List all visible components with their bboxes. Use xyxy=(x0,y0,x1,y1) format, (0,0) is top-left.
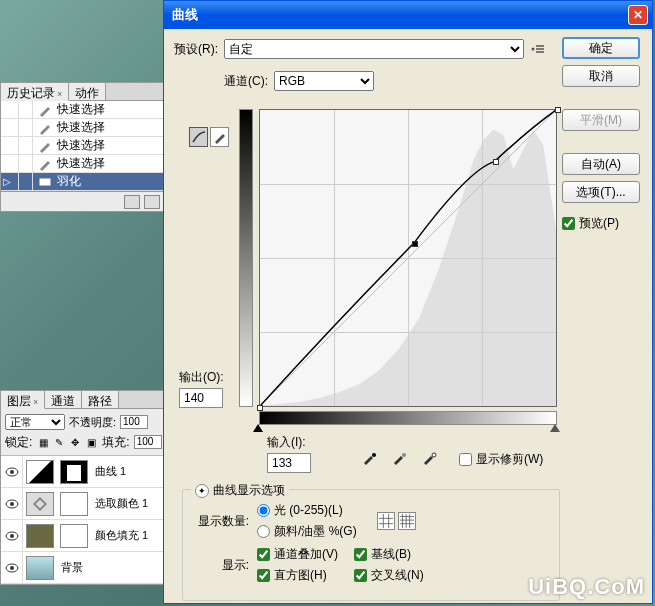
visibility-toggle[interactable] xyxy=(1,552,23,583)
tab-history[interactable]: 历史记录× xyxy=(1,83,69,101)
curve-point[interactable] xyxy=(493,159,499,165)
baseline-checkbox[interactable] xyxy=(354,548,367,561)
light-radio[interactable] xyxy=(257,504,270,517)
auto-button[interactable]: 自动(A) xyxy=(562,153,640,175)
svg-point-13 xyxy=(402,453,406,457)
eye-icon xyxy=(5,531,19,541)
curve-point[interactable] xyxy=(555,107,561,113)
svg-point-9 xyxy=(532,48,535,51)
cancel-button[interactable]: 取消 xyxy=(562,65,640,87)
lock-transparency-icon[interactable]: ▦ xyxy=(36,435,50,449)
layer-item[interactable]: 选取颜色 1 xyxy=(1,488,167,520)
history-list: 快速选择 快速选择 快速选择 快速选择 ▷羽化 xyxy=(1,101,164,191)
preview-checkbox[interactable] xyxy=(562,217,575,230)
svg-point-4 xyxy=(10,502,14,506)
layer-item[interactable]: 颜色填充 1 xyxy=(1,520,167,552)
history-item-label: 快速选择 xyxy=(57,137,105,154)
curve-graph[interactable] xyxy=(259,109,557,407)
history-item[interactable]: ▷羽化 xyxy=(1,173,164,191)
history-item[interactable]: 快速选择 xyxy=(1,119,164,137)
tab-layers[interactable]: 图层× xyxy=(1,391,45,409)
channel-select[interactable]: RGB xyxy=(274,71,374,91)
layer-mask[interactable] xyxy=(60,460,88,484)
visibility-toggle[interactable] xyxy=(1,488,23,519)
new-snapshot-button[interactable] xyxy=(124,195,140,209)
lock-position-icon[interactable]: ✥ xyxy=(68,435,82,449)
dialog-body: 预设(R): 自定 通道(C): RGB xyxy=(164,29,652,603)
intersection-checkbox[interactable] xyxy=(354,569,367,582)
layer-name: 选取颜色 1 xyxy=(95,496,148,511)
tab-paths[interactable]: 路径 xyxy=(82,391,119,408)
channel-overlay-label: 通道叠加(V) xyxy=(274,546,338,563)
visibility-toggle[interactable] xyxy=(1,456,23,487)
curve-point[interactable] xyxy=(412,241,418,247)
opacity-label: 不透明度: xyxy=(69,415,116,430)
curve-line xyxy=(260,110,556,406)
ink-radio[interactable] xyxy=(257,525,270,538)
layer-name: 颜色填充 1 xyxy=(95,528,148,543)
dialog-title: 曲线 xyxy=(168,6,198,24)
blend-mode-select[interactable]: 正常 xyxy=(5,414,65,430)
grid-simple-button[interactable] xyxy=(377,512,395,530)
gray-eyedropper[interactable] xyxy=(389,449,409,467)
channel-overlay-checkbox[interactable] xyxy=(257,548,270,561)
visibility-toggle[interactable] xyxy=(1,520,23,551)
show-clipping-label: 显示修剪(W) xyxy=(476,451,543,468)
close-button[interactable]: ✕ xyxy=(628,5,648,25)
collapse-icon[interactable]: ✦ xyxy=(195,484,209,498)
input-input[interactable] xyxy=(267,453,311,473)
titlebar[interactable]: 曲线 ✕ xyxy=(164,1,652,29)
layer-thumb[interactable] xyxy=(26,556,54,580)
ok-button[interactable]: 确定 xyxy=(562,37,640,59)
brush-icon xyxy=(36,103,54,117)
feather-icon xyxy=(36,175,54,189)
layers-panel: 图层× 通道 路径 正常 不透明度: 100 锁定: ▦ ✎ ✥ ▣ 填充: 1… xyxy=(0,390,168,585)
preset-select[interactable]: 自定 xyxy=(224,39,524,59)
output-label: 输出(O): xyxy=(179,369,224,386)
fill-label: 填充: xyxy=(102,434,129,451)
history-item[interactable]: 快速选择 xyxy=(1,137,164,155)
options-button[interactable]: 选项(T)... xyxy=(562,181,640,203)
svg-point-6 xyxy=(10,534,14,538)
brush-icon xyxy=(36,121,54,135)
layer-thumb[interactable] xyxy=(26,492,54,516)
trash-button[interactable] xyxy=(144,195,160,209)
lock-all-icon[interactable]: ▣ xyxy=(84,435,98,449)
opacity-input[interactable]: 100 xyxy=(120,415,148,429)
white-point-slider[interactable] xyxy=(550,424,560,432)
layer-mask[interactable] xyxy=(60,492,88,516)
curve-pencil-tool[interactable] xyxy=(210,127,229,147)
white-eyedropper[interactable] xyxy=(419,449,439,467)
preset-menu-icon[interactable] xyxy=(530,43,546,55)
histogram-checkbox[interactable] xyxy=(257,569,270,582)
fill-input[interactable]: 100 xyxy=(134,435,162,449)
layer-item[interactable]: 曲线 1 xyxy=(1,456,167,488)
layers-list: 曲线 1 选取颜色 1 颜色填充 1 背景 xyxy=(1,456,167,584)
history-item[interactable]: 快速选择 xyxy=(1,101,164,119)
show-clipping-checkbox[interactable] xyxy=(459,453,472,466)
close-icon[interactable]: × xyxy=(33,397,38,407)
tab-channels[interactable]: 通道 xyxy=(45,391,82,408)
close-icon[interactable]: × xyxy=(57,89,62,99)
curve-display-options: ✦ 曲线显示选项 显示数量: 光 (0-255)(L) 颜料/油墨 %(G) 显… xyxy=(182,489,560,601)
history-footer xyxy=(1,191,164,211)
lock-pixels-icon[interactable]: ✎ xyxy=(52,435,66,449)
tab-actions[interactable]: 动作 xyxy=(69,83,106,100)
layer-item[interactable]: 背景 xyxy=(1,552,167,584)
history-item[interactable]: 快速选择 xyxy=(1,155,164,173)
grid-detailed-button[interactable] xyxy=(398,512,416,530)
svg-line-11 xyxy=(260,110,556,406)
layer-mask[interactable] xyxy=(60,524,88,548)
dialog-buttons: 确定 取消 平滑(M) 自动(A) 选项(T)... 预览(P) xyxy=(562,37,640,232)
smooth-button[interactable]: 平滑(M) xyxy=(562,109,640,131)
layer-thumb[interactable] xyxy=(26,460,54,484)
black-eyedropper[interactable] xyxy=(359,449,379,467)
show-label: 显示: xyxy=(193,557,249,574)
layer-thumb[interactable] xyxy=(26,524,54,548)
input-label: 输入(I): xyxy=(267,434,311,451)
curve-point-tool[interactable] xyxy=(189,127,208,147)
black-point-slider[interactable] xyxy=(253,424,263,432)
history-item-label: 羽化 xyxy=(57,173,81,190)
history-item-label: 快速选择 xyxy=(57,155,105,172)
output-input[interactable] xyxy=(179,388,223,408)
